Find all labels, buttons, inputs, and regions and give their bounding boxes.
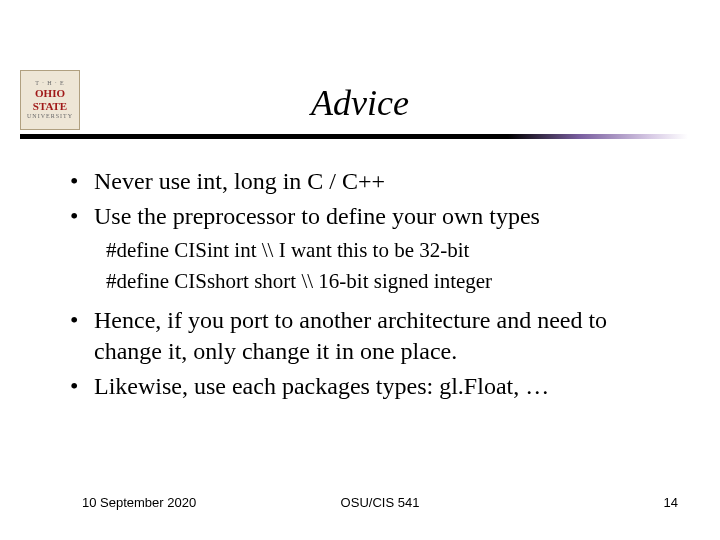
bullet-text: Hence, if you port to another architectu… (94, 305, 670, 366)
sub-list: #define CISint int \\ I want this to be … (70, 237, 670, 295)
sub-item: #define CISint int \\ I want this to be … (106, 237, 670, 264)
bullet-item: • Never use int, long in C / C++ (70, 166, 670, 197)
bullet-item: • Likewise, use each packages types: gl.… (70, 371, 670, 402)
bullet-text: Never use int, long in C / C++ (94, 166, 670, 197)
bullet-dot: • (70, 166, 94, 197)
slide: T · H · E OHIO STATE UNIVERSITY Advice •… (0, 0, 720, 540)
bullet-dot: • (70, 371, 94, 402)
title-underline (20, 134, 688, 142)
bullet-text: Use the preprocessor to define your own … (94, 201, 670, 232)
slide-footer: 10 September 2020 OSU/CIS 541 14 (82, 495, 678, 510)
bullet-text: Likewise, use each packages types: gl.Fl… (94, 371, 670, 402)
slide-title: Advice (0, 82, 720, 124)
bullet-dot: • (70, 305, 94, 366)
footer-page: 14 (664, 495, 678, 510)
bullet-item: • Hence, if you port to another architec… (70, 305, 670, 366)
bullet-dot: • (70, 201, 94, 232)
footer-date: 10 September 2020 (82, 495, 196, 510)
bullet-item: • Use the preprocessor to define your ow… (70, 201, 670, 232)
slide-body: • Never use int, long in C / C++ • Use t… (70, 166, 670, 405)
sub-item: #define CISshort short \\ 16-bit signed … (106, 268, 670, 295)
